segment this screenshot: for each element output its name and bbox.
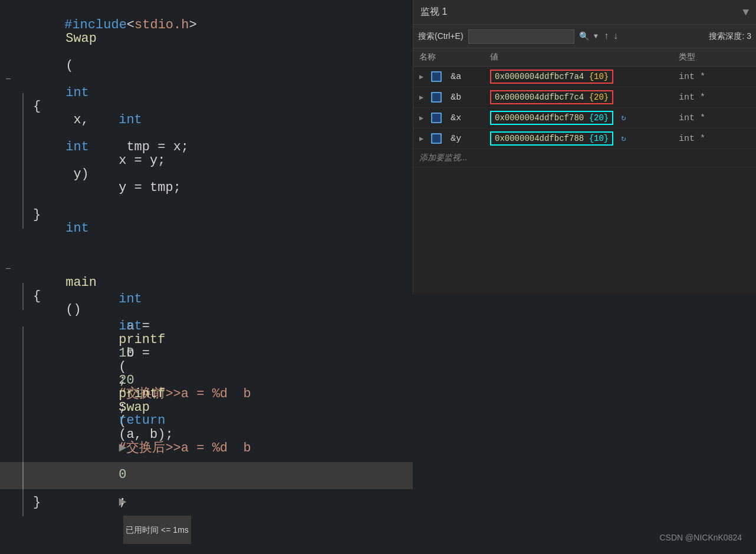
var-icon-x [431, 113, 442, 123]
expand-y[interactable]: ▶ [419, 135, 423, 143]
search-arrows: ↑ ↓ [603, 31, 620, 42]
arrow-up[interactable]: ↑ [603, 31, 611, 42]
val-x: 0x0000004ddfbcf780 {20} [490, 111, 613, 125]
arrow-down[interactable]: ↓ [612, 31, 620, 42]
expand-a[interactable]: ▶ [419, 73, 423, 81]
search-icon: 🔍 [579, 31, 589, 41]
var-icon-a [431, 71, 442, 82]
watch-table: 名称 値 类型 ▶ &a 0x0000004ddfbcf7a4 {10} int… [413, 48, 756, 167]
watch-row-y: ▶ &y 0x0000004ddfbcf788 {10} ↻ int * [413, 128, 756, 149]
watch-panel: 监视 1 ▼ 搜索(Ctrl+E) 🔍 ▼ ↑ ↓ 搜索深度: 3 名称 値 类… [413, 0, 756, 295]
code-line-return: return 0 ; 已用时间 <= 1ms [0, 462, 413, 489]
watch-add-row[interactable]: 添加要监视... [413, 149, 756, 167]
col-type: 类型 [673, 48, 756, 67]
search-label: 搜索(Ctrl+E) [418, 31, 464, 42]
search-input[interactable] [468, 29, 574, 44]
watch-table-header: 名称 値 类型 [413, 48, 756, 67]
watermark: CSDN @NICKnK0824 [660, 533, 742, 542]
col-value: 値 [484, 48, 673, 67]
expand-b[interactable]: ▶ [419, 94, 423, 102]
col-name: 名称 [413, 48, 484, 67]
watch-title: 监视 1 [420, 6, 447, 18]
watch-row-a: ▶ &a 0x0000004ddfbcf7a4 {10} int * [413, 67, 756, 87]
watch-collapse-btn[interactable]: ▼ [742, 6, 749, 18]
watch-header: 监视 1 ▼ [413, 0, 756, 25]
fold-swap[interactable]: − [0, 66, 17, 93]
val-b: 0x0000004ddfbcf7c4 {20} [490, 90, 613, 104]
elapsed-time: 已用时间 <= 1ms [123, 516, 191, 544]
code-line-main-brace-close: } [0, 489, 413, 516]
code-editor: #include<stdio.h> − void Swap ( int x, i… [0, 0, 413, 554]
var-icon-b [431, 92, 442, 103]
depth-label: 搜索深度: 3 [709, 31, 751, 42]
val-y: 0x0000004ddfbcf788 {10} [490, 131, 613, 146]
dropdown-arrow[interactable]: ▼ [594, 32, 598, 41]
refresh-x-icon[interactable]: ↻ [621, 113, 626, 123]
var-icon-y [431, 133, 442, 144]
refresh-y-icon[interactable]: ↻ [621, 134, 626, 143]
watch-search-bar: 搜索(Ctrl+E) 🔍 ▼ ↑ ↓ 搜索深度: 3 [413, 25, 756, 48]
val-a: 0x0000004ddfbcf7a4 {10} [490, 70, 613, 84]
expand-x[interactable]: ▶ [419, 114, 423, 123]
watch-row-b: ▶ &b 0x0000004ddfbcf7c4 {20} int * [413, 87, 756, 108]
fold-main[interactable]: − [0, 256, 17, 283]
watch-row-x: ▶ &x 0x0000004ddfbcf780 {20} ↻ int * [413, 108, 756, 128]
